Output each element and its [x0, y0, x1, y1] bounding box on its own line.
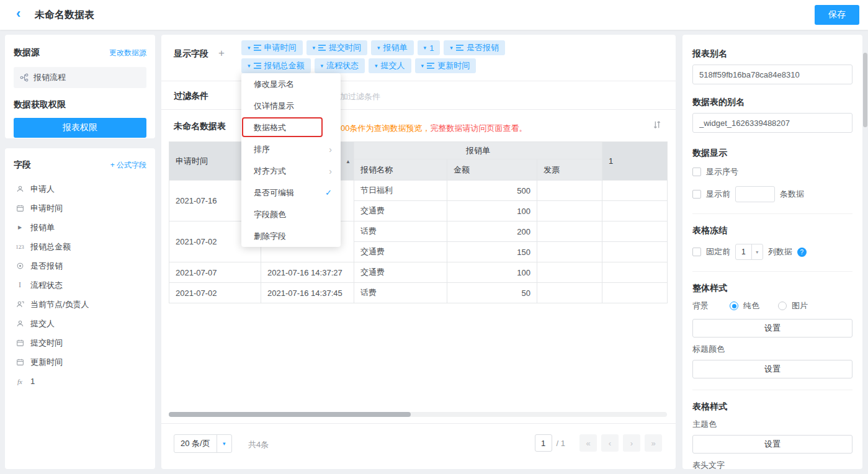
chip-apply-time[interactable]: ▾ 申请时间	[241, 40, 303, 55]
field-item-apply-time[interactable]: 申请时间	[14, 199, 146, 218]
chevron-down-icon[interactable]: ▾	[321, 63, 324, 69]
chip-is-reimbursed[interactable]: ▾ 是否报销	[444, 40, 505, 55]
help-icon[interactable]: ?	[797, 248, 807, 257]
chevron-down-icon[interactable]: ▾	[248, 63, 251, 69]
first-page-button[interactable]: «	[579, 434, 597, 452]
report-alias-input[interactable]	[692, 65, 852, 84]
image-radio[interactable]	[778, 302, 787, 310]
add-formula-field-link[interactable]: + 公式字段	[110, 160, 146, 171]
chevron-down-icon[interactable]: ▾	[313, 45, 316, 51]
table-alias-input[interactable]	[692, 113, 852, 133]
field-item-current-node[interactable]: 当前节点/负责人	[14, 295, 146, 314]
report-permission-button[interactable]: 报表权限	[14, 118, 146, 138]
menu-item-detail-only[interactable]: 仅详情显示	[241, 95, 341, 117]
field-item-submit-time[interactable]: 提交时间	[14, 333, 146, 352]
menu-item-sort[interactable]: 排序 ›	[241, 138, 341, 160]
cell-amount: 500	[447, 181, 537, 201]
page-title: 未命名数据表	[35, 9, 94, 22]
prev-page-button[interactable]: ‹	[601, 434, 619, 452]
freeze-option: 固定前 1 ▾ 列数据 ?	[692, 244, 852, 260]
filter-section: 过滤条件 添加过滤条件	[161, 81, 676, 110]
last-page-button[interactable]: »	[645, 434, 662, 452]
show-first-checkbox[interactable]	[692, 190, 701, 199]
chevron-down-icon[interactable]: ▾	[424, 45, 427, 51]
radio-field-icon	[15, 262, 25, 270]
chip-expense-form[interactable]: ▾ 报销单	[371, 40, 414, 55]
menu-item-field-color[interactable]: 字段颜色	[241, 203, 341, 225]
divider	[692, 390, 852, 390]
freeze-suffix: 列数据	[768, 246, 792, 257]
change-datasource-link[interactable]: 更改数据源	[109, 48, 146, 58]
next-page-button[interactable]: ›	[623, 434, 640, 452]
filter-label: 过滤条件	[174, 91, 208, 102]
show-index-option: 显示序号	[692, 166, 852, 177]
chip-submit-time[interactable]: ▾ 提交时间	[306, 40, 368, 55]
horizontal-scrollbar-thumb[interactable]	[169, 412, 411, 417]
freeze-count-select[interactable]: 1 ▾	[735, 244, 763, 260]
col-header-one[interactable]: 1	[602, 142, 668, 181]
field-item-total-amount[interactable]: 123 报销总金额	[14, 237, 146, 256]
menu-item-delete-field[interactable]: 删除字段	[241, 225, 341, 247]
show-index-label: 显示序号	[706, 166, 738, 177]
chip-submitter[interactable]: ▾ 提交人	[369, 58, 411, 73]
field-item-process-status[interactable]: I 流程状态	[14, 275, 146, 295]
chevron-down-icon[interactable]: ▾	[377, 45, 380, 51]
col-header-amount[interactable]: 金额	[447, 159, 537, 181]
title-color-setting-button[interactable]: 设置	[692, 360, 852, 378]
vertical-scrollbar-thumb[interactable]	[863, 53, 867, 127]
field-item-submitter[interactable]: 提交人	[14, 314, 146, 333]
chip-update-time[interactable]: ▾ 更新时间	[415, 58, 477, 73]
theme-color-setting-button[interactable]: 设置	[692, 435, 852, 454]
show-index-checkbox[interactable]	[692, 168, 701, 176]
person-icon	[15, 185, 25, 193]
field-item-is-reimbursed[interactable]: 是否报销	[14, 256, 146, 275]
field-item-expense-form[interactable]: ▶ 报销单	[14, 218, 146, 237]
menu-item-rename[interactable]: 修改显示名	[241, 73, 341, 95]
chip-label: 1	[429, 43, 434, 53]
field-item-formula-1[interactable]: fx 1	[14, 372, 146, 391]
save-button[interactable]: 保存	[815, 5, 859, 25]
pagination-bar: 20 条/页 ▾ 共4条 1 / 1 « ‹ › »	[161, 423, 676, 469]
chip-total-amount[interactable]: ▾ 报销总金额	[241, 58, 311, 73]
field-label: 流程状态	[30, 280, 63, 291]
chip-process-status[interactable]: ▾ 流程状态	[315, 58, 365, 73]
solid-color-radio[interactable]	[730, 302, 738, 310]
cell-amount: 100	[447, 262, 537, 283]
datasource-panel: 数据源 更改数据源 报销流程 数据获取权限 报表权限	[5, 35, 155, 138]
cell-name: 交通费	[354, 242, 447, 262]
chevron-down-icon[interactable]: ▾	[375, 63, 378, 69]
field-item-applicant[interactable]: 申请人	[14, 179, 146, 199]
table-row: 2021-07-07 2021-07-16 14:37:27 交通费 100	[169, 262, 668, 283]
freeze-checkbox[interactable]	[692, 248, 701, 256]
add-display-field-icon[interactable]: +	[218, 47, 225, 60]
menu-item-data-format[interactable]: 数据格式	[241, 117, 341, 138]
chip-formula-1[interactable]: ▾ 1	[418, 40, 441, 55]
sort-order-icon[interactable]	[652, 120, 662, 132]
chevron-down-icon[interactable]: ▾	[248, 45, 251, 51]
page-nav: 1 / 1 « ‹ › »	[535, 434, 662, 452]
divider	[692, 271, 852, 272]
field-label: 申请人	[30, 184, 55, 195]
back-icon[interactable]: ‹	[16, 6, 20, 22]
chevron-down-icon[interactable]: ▾	[421, 63, 424, 69]
field-label: 当前节点/负责人	[30, 299, 89, 310]
menu-item-alignment[interactable]: 对齐方式 ›	[241, 160, 341, 182]
field-item-update-time[interactable]: 更新时间	[14, 352, 146, 372]
chevron-down-icon: ▾	[217, 435, 231, 452]
menu-item-editable[interactable]: 是否可编辑 ✓	[241, 182, 341, 203]
fields-title: 字段	[14, 159, 31, 171]
col-group-expense-form[interactable]: 报销单	[354, 142, 602, 159]
background-label: 背景	[692, 300, 709, 311]
datasource-item[interactable]: 报销流程	[14, 67, 146, 88]
background-setting-button[interactable]: 设置	[692, 319, 852, 338]
show-first-count-input[interactable]	[735, 186, 775, 202]
field-label: 是否报销	[30, 261, 63, 272]
col-header-invoice[interactable]: 发票	[537, 159, 602, 181]
field-label: 报销单	[30, 222, 55, 233]
page-size-select[interactable]: 20 条/页 ▾	[174, 434, 232, 453]
chevron-down-icon[interactable]: ▾	[450, 45, 453, 51]
col-header-name[interactable]: 报销名称	[354, 159, 447, 181]
page-number-box[interactable]: 1	[535, 434, 552, 452]
submenu-arrow-icon: ›	[329, 166, 332, 176]
horizontal-scrollbar	[169, 412, 667, 417]
